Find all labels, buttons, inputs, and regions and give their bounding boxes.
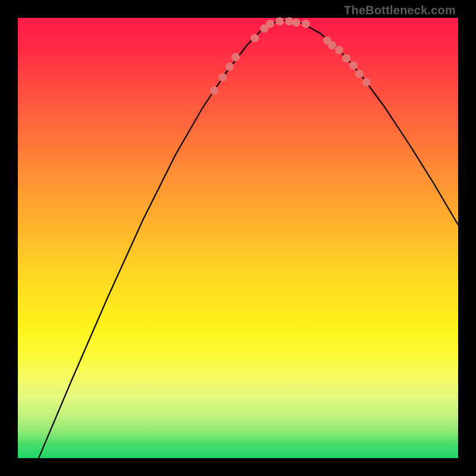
curve-line bbox=[39, 20, 458, 458]
marker-dot bbox=[335, 46, 343, 54]
watermark-text: TheBottleneck.com bbox=[344, 4, 456, 17]
plot-area bbox=[18, 18, 458, 458]
marker-dot bbox=[292, 18, 300, 27]
marker-dot bbox=[362, 78, 371, 86]
marker-dot bbox=[285, 17, 293, 26]
marker-dot bbox=[250, 34, 259, 42]
marker-dot bbox=[302, 20, 310, 28]
marker-dot bbox=[275, 17, 284, 26]
marker-dot bbox=[266, 20, 274, 28]
chart-svg bbox=[18, 18, 458, 458]
marker-dot bbox=[342, 54, 350, 62]
marker-dot bbox=[218, 73, 227, 82]
marker-dot bbox=[231, 53, 240, 61]
marker-dot bbox=[210, 86, 218, 95]
marker-dot bbox=[349, 61, 358, 70]
marker-dot bbox=[226, 62, 234, 71]
marker-dots bbox=[210, 17, 371, 95]
marker-dot bbox=[328, 41, 336, 49]
chart-frame: TheBottleneck.com bbox=[0, 0, 476, 476]
marker-dot bbox=[355, 70, 364, 78]
